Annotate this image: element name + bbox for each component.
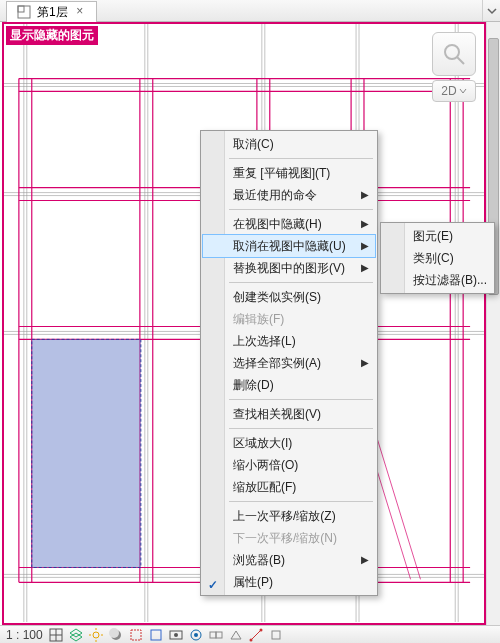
- context-menu-item[interactable]: 查找相关视图(V): [203, 403, 375, 425]
- reveal-hidden-icon[interactable]: [189, 628, 203, 642]
- close-icon[interactable]: ×: [74, 6, 86, 18]
- selected-room: [32, 339, 141, 567]
- context-menu: 取消(C)重复 [平铺视图](T)最近使用的命令▶在视图中隐藏(H)▶取消在视图…: [200, 130, 378, 596]
- view-control-bar: 1 : 100: [0, 625, 500, 643]
- svg-point-54: [109, 628, 119, 638]
- context-menu-separator: [229, 399, 373, 400]
- scale-selector[interactable]: 1 : 100: [6, 628, 43, 642]
- svg-line-42: [457, 57, 464, 64]
- menu-item-label: 在视图中隐藏(H): [233, 217, 322, 231]
- menu-item-label: 删除(D): [233, 378, 274, 392]
- shadows-icon[interactable]: [109, 628, 123, 642]
- svg-rect-56: [151, 630, 161, 640]
- context-submenu: 图元(E)类别(C)按过滤器(B)...: [380, 222, 495, 294]
- reveal-constraints-icon[interactable]: [269, 628, 283, 642]
- context-menu-item[interactable]: 在视图中隐藏(H)▶: [203, 213, 375, 235]
- submenu-arrow-icon: ▶: [361, 235, 369, 257]
- svg-rect-55: [131, 630, 141, 640]
- context-menu-separator: [229, 209, 373, 210]
- context-menu-item[interactable]: 缩小两倍(O): [203, 454, 375, 476]
- context-menu-item: 编辑族(F): [203, 308, 375, 330]
- svg-point-58: [174, 633, 178, 637]
- menu-item-label: 上次选择(L): [233, 334, 296, 348]
- svg-point-48: [93, 632, 99, 638]
- context-menu-item[interactable]: 选择全部实例(A)▶: [203, 352, 375, 374]
- crop-region-visible-icon[interactable]: [149, 628, 163, 642]
- svg-rect-1: [18, 6, 24, 12]
- menu-item-label: 创建类似实例(S): [233, 290, 321, 304]
- view-tab-active[interactable]: 第1层 ×: [6, 1, 97, 22]
- svg-point-64: [249, 638, 252, 641]
- temporary-view-icon[interactable]: [229, 628, 243, 642]
- zoom-extents-icon[interactable]: [432, 32, 476, 76]
- svg-rect-66: [272, 631, 280, 639]
- submenu-arrow-icon: ▶: [361, 213, 369, 235]
- submenu-item[interactable]: 类别(C): [383, 247, 492, 269]
- context-menu-separator: [229, 282, 373, 283]
- submenu-item[interactable]: 按过滤器(B)...: [383, 269, 492, 291]
- worksharing-icon[interactable]: [209, 628, 223, 642]
- reveal-hidden-hint: 显示隐藏的图元: [6, 26, 98, 45]
- context-menu-item[interactable]: 区域放大(I): [203, 432, 375, 454]
- svg-point-65: [259, 628, 262, 631]
- menu-item-label: 类别(C): [413, 251, 454, 265]
- context-menu-item[interactable]: 取消在视图中隐藏(U)▶: [203, 235, 375, 257]
- context-menu-item[interactable]: 最近使用的命令▶: [203, 184, 375, 206]
- sun-path-icon[interactable]: [89, 628, 103, 642]
- menu-item-label: 缩放匹配(F): [233, 480, 296, 494]
- context-menu-item[interactable]: 替换视图中的图形(V)▶: [203, 257, 375, 279]
- visual-style-icon[interactable]: [69, 628, 83, 642]
- menu-item-label: 上一次平移/缩放(Z): [233, 509, 336, 523]
- menu-item-label: 替换视图中的图形(V): [233, 261, 345, 275]
- menu-item-label: 属性(P): [233, 575, 273, 589]
- check-icon: ✓: [208, 574, 218, 596]
- menu-item-label: 取消(C): [233, 137, 274, 151]
- menu-item-label: 区域放大(I): [233, 436, 292, 450]
- view-gizmo[interactable]: 2D: [432, 32, 476, 104]
- menu-item-label: 查找相关视图(V): [233, 407, 321, 421]
- submenu-arrow-icon: ▶: [361, 352, 369, 374]
- view-mode-toggle[interactable]: 2D: [432, 80, 476, 102]
- context-menu-item[interactable]: 缩放匹配(F): [203, 476, 375, 498]
- context-menu-item[interactable]: 重复 [平铺视图](T): [203, 162, 375, 184]
- context-menu-item[interactable]: 浏览器(B)▶: [203, 549, 375, 571]
- menu-item-label: 图元(E): [413, 229, 453, 243]
- hide-isolate-icon[interactable]: [169, 628, 183, 642]
- svg-rect-61: [210, 632, 216, 638]
- menu-item-label: 最近使用的命令: [233, 188, 317, 202]
- svg-point-60: [194, 633, 198, 637]
- detail-level-icon[interactable]: [49, 628, 63, 642]
- context-menu-separator: [229, 158, 373, 159]
- submenu-item[interactable]: 图元(E): [383, 225, 492, 247]
- submenu-arrow-icon: ▶: [361, 257, 369, 279]
- floorplan-icon: [17, 5, 31, 19]
- menu-item-label: 按过滤器(B)...: [413, 273, 487, 287]
- context-menu-separator: [229, 428, 373, 429]
- menu-item-label: 编辑族(F): [233, 312, 284, 326]
- context-menu-item[interactable]: 删除(D): [203, 374, 375, 396]
- view-mode-label: 2D: [441, 84, 456, 98]
- menu-item-label: 浏览器(B): [233, 553, 285, 567]
- context-menu-item: 下一次平移/缩放(N): [203, 527, 375, 549]
- menu-item-label: 选择全部实例(A): [233, 356, 321, 370]
- submenu-arrow-icon: ▶: [361, 184, 369, 206]
- context-menu-item[interactable]: 上次选择(L): [203, 330, 375, 352]
- context-menu-item[interactable]: 属性(P)✓: [203, 571, 375, 593]
- svg-line-63: [251, 630, 261, 640]
- submenu-arrow-icon: ▶: [361, 549, 369, 571]
- view-tab-title: 第1层: [37, 4, 68, 21]
- svg-rect-62: [216, 632, 222, 638]
- context-menu-item[interactable]: 取消(C): [203, 133, 375, 155]
- menu-item-label: 取消在视图中隐藏(U): [233, 239, 346, 253]
- crop-view-icon[interactable]: [129, 628, 143, 642]
- context-menu-separator: [229, 501, 373, 502]
- menu-item-label: 缩小两倍(O): [233, 458, 298, 472]
- context-menu-item[interactable]: 上一次平移/缩放(Z): [203, 505, 375, 527]
- context-menu-item[interactable]: 创建类似实例(S): [203, 286, 375, 308]
- tab-overflow-button[interactable]: [482, 0, 500, 21]
- analytical-model-icon[interactable]: [249, 628, 263, 642]
- svg-point-41: [445, 45, 459, 59]
- menu-item-label: 下一次平移/缩放(N): [233, 531, 337, 545]
- menu-item-label: 重复 [平铺视图](T): [233, 166, 330, 180]
- vertical-scrollbar[interactable]: [486, 22, 500, 625]
